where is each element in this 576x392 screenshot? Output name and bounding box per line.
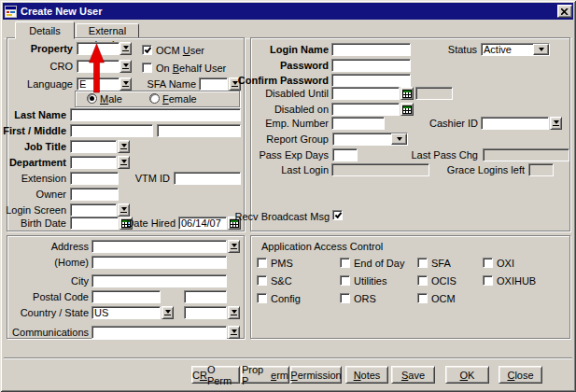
access-sfa-checkbox[interactable] bbox=[417, 258, 428, 268]
ocm-user-checkbox[interactable] bbox=[142, 45, 152, 55]
owner-input[interactable] bbox=[70, 188, 119, 201]
cashier-id-input[interactable] bbox=[481, 117, 549, 130]
login-name-label: Login Name bbox=[270, 44, 329, 56]
vtm-id-input[interactable] bbox=[174, 172, 241, 185]
password-input[interactable] bbox=[331, 59, 411, 72]
address-input[interactable] bbox=[91, 240, 227, 253]
postal-code-input[interactable] bbox=[91, 290, 161, 303]
cro-dropdown-icon[interactable] bbox=[119, 60, 132, 73]
last-pass-chg-field bbox=[483, 148, 569, 161]
city-label: City bbox=[71, 275, 89, 287]
access-config-checkbox[interactable] bbox=[257, 293, 267, 303]
country-input[interactable] bbox=[91, 306, 161, 319]
emp-number-input[interactable] bbox=[331, 117, 385, 130]
disabled-until-time-field bbox=[415, 87, 453, 100]
postal-code-ext-input[interactable] bbox=[184, 290, 227, 303]
ok-button[interactable]: OK bbox=[445, 366, 489, 384]
recv-broadcast-msg-checkbox[interactable] bbox=[332, 210, 343, 220]
disabled-until-input[interactable] bbox=[331, 87, 400, 100]
title-bar[interactable]: Create New User bbox=[3, 3, 573, 20]
birth-date-input[interactable] bbox=[70, 217, 119, 230]
vtm-id-label: VTM ID bbox=[135, 173, 170, 185]
cro-input[interactable] bbox=[77, 60, 119, 73]
postal-code-label: Postal Code bbox=[33, 291, 89, 303]
report-group-select[interactable] bbox=[332, 133, 408, 146]
permission-button[interactable]: Permission bbox=[290, 366, 342, 384]
access-pms-checkbox[interactable] bbox=[257, 258, 267, 268]
property-label: Property bbox=[31, 43, 73, 55]
property-dropdown-icon[interactable] bbox=[119, 42, 132, 55]
date-hired-label: Date Hired bbox=[126, 217, 176, 230]
access-ocm-label: OCM bbox=[431, 293, 456, 305]
cashier-id-dropdown-icon[interactable] bbox=[550, 117, 562, 130]
property-input[interactable] bbox=[77, 42, 119, 55]
address-home-label: (Home) bbox=[54, 257, 89, 269]
disabled-until-calendar-icon[interactable] bbox=[400, 87, 414, 100]
middle-name-input[interactable] bbox=[157, 124, 241, 137]
tab-details[interactable]: Details bbox=[15, 21, 75, 39]
first-name-input[interactable] bbox=[70, 124, 153, 137]
gender-male-radio[interactable] bbox=[87, 93, 97, 104]
city-input[interactable] bbox=[91, 274, 227, 287]
emp-number-label: Emp. Number bbox=[265, 118, 329, 130]
grace-logins-left-label: Grace Logins left bbox=[447, 164, 525, 176]
state-dropdown-icon[interactable] bbox=[228, 306, 240, 319]
window-title: Create New User bbox=[21, 6, 102, 17]
language-label: Language bbox=[27, 78, 73, 91]
disabled-until-label: Disabled Until bbox=[265, 88, 329, 100]
access-ocis-checkbox[interactable] bbox=[417, 275, 428, 286]
recv-broadcast-msg-label: Recv Broadcast Msg bbox=[235, 211, 330, 223]
sfa-name-label: SFA Name bbox=[147, 78, 196, 91]
close-icon[interactable] bbox=[557, 5, 572, 18]
notes-button[interactable]: Notes bbox=[345, 366, 388, 384]
grace-logins-left-field bbox=[528, 163, 554, 176]
report-group-chevron-down-icon[interactable] bbox=[391, 133, 407, 145]
job-title-input[interactable] bbox=[70, 140, 117, 153]
access-oxihub-checkbox[interactable] bbox=[483, 275, 493, 286]
button-bar-divider bbox=[4, 357, 572, 359]
access-utilities-label: Utilities bbox=[354, 275, 386, 287]
communications-label: Communications bbox=[12, 327, 89, 339]
sfa-name-input[interactable] bbox=[199, 77, 228, 91]
communications-dropdown-icon[interactable] bbox=[228, 326, 240, 339]
department-dropdown-icon[interactable] bbox=[118, 156, 130, 169]
language-dropdown-icon[interactable] bbox=[119, 77, 132, 91]
create-new-user-dialog: Create New User Details External Login P… bbox=[0, 0, 576, 392]
on-behalf-user-checkbox[interactable] bbox=[142, 63, 152, 73]
access-end-of-day-checkbox[interactable] bbox=[340, 258, 350, 268]
tab-external-login[interactable]: External Login bbox=[76, 23, 139, 38]
cro-perm-button[interactable]: CRO Perm bbox=[191, 366, 240, 384]
prop-perm-button[interactable]: Prop Perm bbox=[241, 366, 289, 384]
disabled-on-label: Disabled on bbox=[274, 104, 329, 116]
date-hired-input[interactable] bbox=[178, 217, 227, 230]
status-chevron-down-icon[interactable] bbox=[533, 44, 549, 55]
confirm-password-input[interactable] bbox=[331, 74, 411, 87]
last-name-input[interactable] bbox=[70, 108, 241, 121]
gender-female-radio[interactable] bbox=[149, 93, 160, 104]
disabled-on-calendar-icon[interactable] bbox=[400, 103, 414, 116]
department-input[interactable] bbox=[70, 156, 117, 169]
access-ors-checkbox[interactable] bbox=[340, 293, 350, 303]
pass-exp-days-input[interactable] bbox=[332, 148, 358, 161]
disabled-on-input[interactable] bbox=[331, 103, 400, 116]
login-name-input[interactable] bbox=[331, 43, 411, 56]
extension-input[interactable] bbox=[70, 172, 119, 185]
state-input[interactable] bbox=[184, 306, 227, 319]
status-select[interactable]: Active bbox=[481, 43, 550, 56]
access-oxi-checkbox[interactable] bbox=[483, 258, 493, 268]
address-home-input[interactable] bbox=[91, 256, 227, 269]
address-dropdown-icon[interactable] bbox=[228, 240, 240, 253]
close-x-glyph bbox=[561, 8, 569, 15]
login-screen-dropdown-icon[interactable] bbox=[118, 203, 130, 217]
access-sc-label: S&C bbox=[271, 275, 292, 287]
language-input[interactable] bbox=[77, 77, 119, 91]
country-dropdown-icon[interactable] bbox=[162, 306, 174, 319]
access-utilities-checkbox[interactable] bbox=[340, 275, 350, 286]
save-button[interactable]: Save bbox=[391, 366, 435, 384]
job-title-dropdown-icon[interactable] bbox=[118, 140, 130, 153]
login-screen-input[interactable] bbox=[70, 203, 117, 217]
communications-input[interactable] bbox=[91, 326, 227, 339]
access-ocm-checkbox[interactable] bbox=[417, 293, 428, 303]
close-button[interactable]: Close bbox=[499, 366, 542, 384]
access-sc-checkbox[interactable] bbox=[257, 275, 267, 286]
